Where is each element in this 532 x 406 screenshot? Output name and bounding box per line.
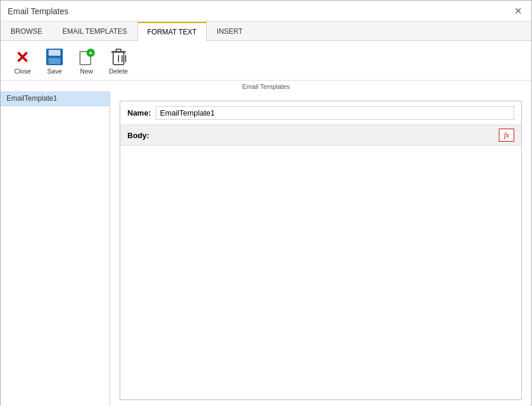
body-editor[interactable] bbox=[120, 146, 521, 399]
list-item[interactable]: EmailTemplate1 bbox=[1, 91, 110, 106]
form-container: Name: Body: fx bbox=[120, 101, 522, 400]
tab-bar: BROWSE EMAIL TEMPLATES FORMAT TEXT INSER… bbox=[1, 21, 531, 41]
delete-icon bbox=[109, 47, 128, 66]
tab-browse[interactable]: BROWSE bbox=[1, 22, 52, 41]
close-button[interactable]: Close bbox=[8, 44, 37, 78]
right-panel: Name: Body: fx bbox=[110, 91, 531, 406]
body-row: Body: fx bbox=[120, 125, 521, 146]
section-label: Email Templates bbox=[1, 81, 531, 91]
main-content: EmailTemplate1 Name: Body: fx bbox=[1, 91, 531, 406]
save-icon bbox=[45, 47, 64, 66]
tab-email-templates[interactable]: EMAIL TEMPLATES bbox=[52, 22, 137, 41]
toolbar: Close Save New bbox=[1, 41, 531, 81]
fx-button[interactable]: fx bbox=[499, 129, 514, 142]
tab-insert[interactable]: INSERT bbox=[207, 22, 253, 41]
body-label: Body: bbox=[127, 131, 149, 140]
left-panel: EmailTemplate1 bbox=[1, 91, 110, 406]
new-button[interactable]: New bbox=[72, 44, 101, 78]
title-bar: Email Templates ✕ bbox=[1, 1, 531, 21]
dialog-close-button[interactable]: ✕ bbox=[512, 5, 524, 17]
new-icon bbox=[77, 47, 96, 66]
template-list[interactable]: EmailTemplate1 bbox=[1, 91, 110, 406]
save-button[interactable]: Save bbox=[40, 44, 69, 78]
tab-format-text[interactable]: FORMAT TEXT bbox=[137, 22, 207, 41]
name-row: Name: bbox=[120, 101, 521, 125]
name-input[interactable] bbox=[156, 106, 514, 120]
name-label: Name: bbox=[127, 108, 151, 117]
delete-button[interactable]: Delete bbox=[104, 44, 133, 78]
dialog-title: Email Templates bbox=[8, 7, 68, 16]
close-icon bbox=[13, 47, 32, 66]
email-templates-dialog: Email Templates ✕ BROWSE EMAIL TEMPLATES… bbox=[0, 0, 532, 406]
